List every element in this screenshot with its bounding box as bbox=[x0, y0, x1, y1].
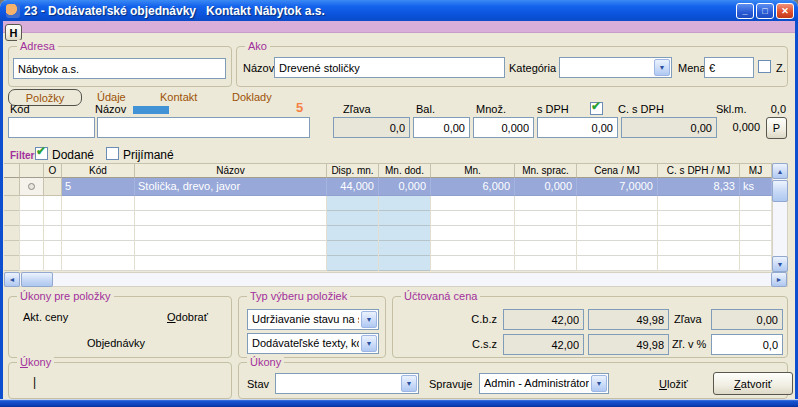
nazov-entry-input[interactable] bbox=[97, 117, 310, 138]
spravuje-select[interactable]: Admin - Administrátor ▼ bbox=[479, 373, 609, 394]
minimize-icon: _ bbox=[742, 6, 747, 16]
scroll-left-button[interactable]: ◄ bbox=[4, 272, 20, 287]
typ-vyberu-select-2[interactable]: Dodávateľské texty, kódy ▼ bbox=[247, 333, 379, 354]
scroll-right-button[interactable]: ► bbox=[771, 272, 787, 287]
item-count-badge: 5 bbox=[296, 100, 303, 115]
dodane-checkbox[interactable]: ✔ bbox=[35, 147, 48, 160]
z-label: Z. bbox=[776, 62, 786, 74]
table-header-row: O Kód Názov Disp. mn. Mn. dod. Mn. Mn. s… bbox=[4, 163, 772, 178]
z-checkbox[interactable] bbox=[758, 60, 771, 73]
tab-doklady[interactable]: Doklady bbox=[232, 91, 272, 103]
prijimane-label[interactable]: Prijímané bbox=[123, 148, 174, 162]
odobrat-link[interactable]: Odobrať bbox=[167, 311, 208, 323]
titlebar[interactable]: 23 - Dodávateľské objednávky Kontakt Náb… bbox=[0, 0, 798, 21]
window-title: 23 - Dodávateľské objednávky Kontakt Náb… bbox=[24, 4, 325, 18]
col-disp-mn[interactable]: Disp. mn. bbox=[327, 163, 379, 178]
col-mn-sprac[interactable]: Mn. sprac. bbox=[515, 163, 577, 178]
dodane-label[interactable]: Dodané bbox=[52, 148, 94, 162]
check-icon: ✔ bbox=[591, 100, 601, 112]
mnoz-field[interactable] bbox=[473, 117, 534, 138]
typ-vyberu-groupbox: Typ výberu položiek Udržiavanie stavu na… bbox=[238, 296, 386, 358]
nazov-label: Názov bbox=[243, 62, 274, 74]
prijimane-checkbox[interactable] bbox=[106, 147, 119, 160]
kategoria-select[interactable]: ▼ bbox=[559, 57, 672, 78]
typ-vyberu-value-2: Dodávateľské texty, kódy bbox=[252, 337, 359, 349]
minimize-button[interactable]: _ bbox=[736, 3, 754, 19]
col-kod[interactable]: Kód bbox=[62, 163, 135, 178]
typ-vyberu-select-1[interactable]: Udržiavanie stavu na skl ▼ bbox=[247, 309, 379, 330]
col-mj[interactable]: MJ bbox=[740, 163, 772, 178]
app-window: 23 - Dodávateľské objednávky Kontakt Náb… bbox=[0, 0, 798, 407]
vertical-scroll-thumb[interactable] bbox=[772, 180, 788, 202]
kategoria-label: Kategória bbox=[509, 62, 556, 74]
check-icon: ✔ bbox=[36, 145, 46, 157]
table-empty-area bbox=[4, 196, 772, 271]
col-nazov[interactable]: Názov bbox=[135, 163, 327, 178]
scroll-up-button[interactable]: ▲ bbox=[772, 163, 788, 179]
csz-label: C.s.z bbox=[445, 338, 497, 350]
scroll-down-button[interactable]: ▼ bbox=[772, 256, 788, 272]
chevron-down-icon[interactable]: ▼ bbox=[361, 335, 377, 352]
sdph-label: s DPH bbox=[537, 103, 569, 115]
col-o[interactable]: O bbox=[44, 163, 62, 178]
horizontal-scroll-thumb[interactable] bbox=[21, 272, 53, 287]
ako-group-label: Ako bbox=[245, 40, 270, 52]
tab-kontakt[interactable]: Kontakt bbox=[160, 91, 197, 103]
adresa-input[interactable] bbox=[13, 58, 226, 79]
cell-nazov: Stolička, drevo, javor bbox=[135, 178, 327, 196]
cell-disp-mn: 44,000 bbox=[327, 178, 379, 196]
sklm-label: Skl.m. bbox=[716, 103, 747, 115]
zlava-label: Zľava bbox=[343, 103, 371, 115]
p-button[interactable]: P bbox=[766, 117, 787, 139]
bal-field[interactable] bbox=[413, 117, 470, 138]
col-cena-mj[interactable]: Cena / MJ bbox=[577, 163, 658, 178]
mena-label: Mena bbox=[678, 62, 706, 74]
zatvorit-button[interactable]: Zatvoriť bbox=[713, 372, 793, 395]
chevron-down-icon[interactable]: ▼ bbox=[361, 311, 377, 328]
objednavky-link[interactable]: Objednávky bbox=[87, 337, 145, 349]
ulozit-link[interactable]: Uložiť bbox=[659, 378, 688, 390]
col-balloon[interactable] bbox=[20, 163, 44, 178]
sdph-field[interactable] bbox=[537, 117, 618, 138]
toolbar-strip bbox=[3, 21, 795, 33]
sdph-checkbox[interactable]: ✔ bbox=[590, 102, 603, 115]
close-icon: ✕ bbox=[781, 6, 789, 16]
tab-udaje[interactable]: Údaje bbox=[97, 91, 126, 103]
highlighted-column-disp-mn bbox=[327, 196, 379, 271]
chevron-down-icon[interactable]: ▼ bbox=[654, 59, 670, 76]
app-icon bbox=[6, 4, 20, 18]
sklm-value: 0,000 bbox=[700, 121, 760, 133]
nazov-input[interactable] bbox=[274, 57, 505, 78]
chevron-down-icon[interactable]: ▼ bbox=[591, 375, 607, 392]
h-button[interactable]: H bbox=[5, 24, 22, 41]
col-mn[interactable]: Mn. bbox=[431, 163, 515, 178]
scroll-up-icon: ▲ bbox=[777, 168, 784, 175]
zlava-field bbox=[333, 117, 410, 138]
filter-label: Filter bbox=[10, 150, 34, 161]
ukony-pre-polozky-groupbox: Úkony pre položky Akt. ceny Odobrať Obje… bbox=[8, 296, 232, 358]
row-balloon-icon bbox=[28, 183, 35, 190]
ukony-pre-polozky-label: Úkony pre položky bbox=[17, 290, 114, 302]
ukony-right-groupbox: Úkony Stav ▼ Spravuje Admin - Administrá… bbox=[238, 362, 788, 399]
chevron-down-icon[interactable]: ▼ bbox=[401, 375, 417, 392]
maximize-button[interactable]: □ bbox=[756, 3, 774, 19]
horizontal-scrollbar[interactable] bbox=[4, 272, 788, 287]
zlava-sum-field bbox=[711, 309, 783, 330]
close-button[interactable]: ✕ bbox=[776, 3, 794, 19]
stav-select[interactable]: ▼ bbox=[275, 373, 419, 394]
mnoz-label: Množ. bbox=[476, 103, 506, 115]
zl-pct-field[interactable] bbox=[711, 334, 783, 355]
table-row[interactable]: 5 Stolička, drevo, javor 44,000 0,000 6,… bbox=[4, 178, 772, 196]
items-table: O Kód Názov Disp. mn. Mn. dod. Mn. Mn. s… bbox=[4, 163, 772, 271]
akt-ceny-link[interactable]: Akt. ceny bbox=[23, 311, 68, 323]
typ-vyberu-label: Typ výberu položiek bbox=[247, 290, 350, 302]
kod-input[interactable] bbox=[8, 117, 95, 138]
window-border-bottom bbox=[0, 399, 798, 407]
cell-c-s-dph-mj: 8,33 bbox=[658, 178, 740, 196]
ako-groupbox: Ako Názov Kategória ▼ Mena Z. bbox=[236, 46, 788, 87]
col-mn-dod[interactable]: Mn. dod. bbox=[379, 163, 431, 178]
text-caret: | bbox=[33, 375, 36, 389]
ukony-left-label: Úkony bbox=[17, 356, 54, 368]
mena-input[interactable] bbox=[704, 57, 754, 78]
col-c-s-dph-mj[interactable]: C. s DPH / MJ bbox=[658, 163, 740, 178]
